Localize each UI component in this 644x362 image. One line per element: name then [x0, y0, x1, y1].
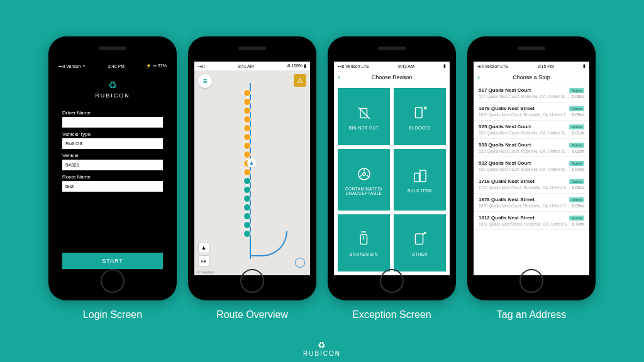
stop-row[interactable]: 533 Quails Nest CourtActive533 Quails Ne… [474, 139, 589, 157]
stop-address: 517 Quails Nest Court, Roseville, CA, Un… [479, 94, 569, 99]
status-badge: Active [569, 179, 584, 184]
phone-login: ••ııl Verizon ᯤ 2:40 PM ⚡ ⚍ 37% ♻ RUBICO… [48, 36, 177, 300]
stop-pin[interactable] [243, 142, 251, 150]
captions-row: Login Screen Route Overview Exception Sc… [0, 309, 644, 321]
status-bar: ••ııl 9:41 AM ıll 100% ▮ [194, 62, 310, 70]
stop-pin[interactable] [243, 168, 251, 176]
contaminated-icon [355, 165, 374, 184]
tile-label: BLOCKED [409, 126, 431, 130]
tile-label: BIN NOT OUT [349, 126, 379, 130]
blocked-icon [411, 104, 430, 123]
stop-row[interactable]: 517 Quails Nest CourtActive517 Quails Ne… [474, 84, 589, 102]
svg-rect-7 [415, 234, 423, 244]
reason-contaminated[interactable]: CONTAMINATED/ UNACCEPTABLE [338, 149, 390, 211]
start-button[interactable]: START [62, 253, 163, 269]
phones-row: ••ııl Verizon ᯤ 2:40 PM ⚡ ⚍ 37% ♻ RUBICO… [0, 0, 644, 300]
reason-bin-not-out[interactable]: BIN NOT OUT [338, 88, 390, 145]
stop-row[interactable]: 1716 Quails Nest StreetActive1716 Quails… [474, 175, 589, 194]
reason-broken-bin[interactable]: BROKEN BIN [338, 214, 390, 272]
stop-pin[interactable] [243, 204, 251, 211]
stop-pin[interactable] [243, 177, 251, 185]
back-button[interactable]: ‹ [338, 73, 340, 82]
map-attribution: © mapbox [197, 270, 214, 274]
map-view[interactable]: ≡ ⚠ [194, 70, 310, 275]
stop-row[interactable]: 525 Quails Nest CourtActive525 Quails Ne… [474, 121, 589, 139]
stop-address: 1612 Quails Nest Street, Roseville, CA, … [479, 222, 571, 226]
status-time: 9:43 AM [398, 64, 414, 69]
stop-name: 1716 Quails Nest Street [479, 178, 535, 184]
stop-distance: 0.14mi [572, 222, 584, 226]
route-curve [250, 231, 287, 256]
caption-tag: Tag an Address [467, 309, 596, 321]
caption-route: Route Overview [188, 309, 316, 321]
tile-label: OTHER [412, 252, 428, 256]
svg-rect-1 [415, 107, 422, 118]
status-badge: Active [569, 124, 584, 129]
status-left: ••ııl Verizon LTE [338, 64, 369, 69]
screen-header: ‹ Choose a Stop [474, 70, 589, 84]
stop-row[interactable]: 1612 Quails Nest StreetActive1612 Quails… [474, 212, 589, 230]
vehicle-type-input[interactable] [62, 138, 163, 149]
logo-icon: ♻ [303, 340, 341, 350]
stop-distance: 0.02mi [572, 149, 584, 153]
back-button[interactable]: ‹ [477, 73, 480, 82]
status-right: ⚡ ⚍ 37% [146, 63, 167, 69]
reason-grid: BIN NOT OUT BLOCKED CONTAMINATED/ UNACCE… [334, 84, 450, 275]
status-badge: Active [569, 88, 584, 93]
vehicle-input[interactable] [62, 160, 163, 170]
status-time: 2:40 PM [108, 64, 125, 69]
stop-pin[interactable] [243, 195, 251, 202]
stop-distance: 0.01mi [572, 131, 584, 135]
svg-rect-4 [414, 173, 419, 182]
stop-name: 1676 Quails Nest Street [479, 197, 535, 202]
svg-rect-5 [420, 170, 426, 182]
tile-label: BULK ITEM [408, 189, 432, 193]
status-right: ıll 100% ▮ [287, 63, 306, 69]
stop-pin[interactable] [243, 98, 251, 106]
screen-header: ‹ Choose Reason [334, 70, 450, 84]
stop-pin[interactable] [243, 116, 251, 123]
stop-distance: 0.00mi [572, 94, 584, 99]
stop-pin[interactable] [243, 107, 251, 114]
stop-pin[interactable] [243, 212, 251, 220]
recenter-button[interactable] [295, 258, 305, 268]
menu-button[interactable]: ≡ [198, 74, 212, 88]
route-name-input[interactable] [62, 181, 163, 192]
stop-pin[interactable] [243, 230, 251, 238]
follow-button[interactable]: ↦ [198, 255, 209, 266]
stop-pin[interactable] [243, 151, 251, 158]
stop-row[interactable]: 532 Quails Nest CourtActive532 Quails Ne… [474, 157, 589, 175]
other-icon [411, 230, 430, 249]
reason-other[interactable]: OTHER [394, 214, 446, 272]
warning-button[interactable]: ⚠ [294, 74, 306, 87]
stop-name: 517 Quails Nest Court [479, 87, 531, 93]
stop-distance: 0.04mi [572, 167, 584, 172]
stop-address: 532 Quails Nest Court, Roseville, CA, Un… [479, 167, 569, 172]
bulk-item-icon [411, 167, 430, 185]
brand-logo: ♻ RUBICON [62, 79, 163, 99]
stop-distance: 0.09mi [572, 112, 584, 117]
stop-pin[interactable] [243, 124, 251, 132]
stop-address: 1676 Quails Nest Court, Roseville, CA, U… [479, 204, 570, 208]
brand-name: RUBICON [303, 350, 341, 357]
stop-pin[interactable] [243, 221, 251, 229]
stop-name: 525 Quails Nest Court [479, 124, 531, 129]
north-button[interactable]: ▲ [198, 242, 209, 253]
status-badge: Active [569, 197, 584, 202]
status-time: 2:15 PM [538, 64, 554, 69]
reason-bulk-item[interactable]: BULK ITEM [394, 149, 446, 211]
stop-row[interactable]: 1676 Quails Nest StreetActive1676 Quails… [474, 102, 589, 121]
stop-pin[interactable] [243, 133, 251, 141]
driver-name-input[interactable] [62, 117, 163, 128]
map-controls: ▲ ↦ [198, 242, 209, 266]
stop-row[interactable]: 1676 Quails Nest StreetActive1676 Quails… [474, 194, 589, 212]
stop-distance: 0.08mi [572, 185, 584, 190]
broken-bin-icon [355, 230, 374, 249]
stop-address: 1716 Quails Nest Court, Roseville, CA, U… [479, 185, 570, 190]
stop-pin[interactable] [243, 89, 251, 97]
stop-name: 1676 Quails Nest Street [479, 106, 535, 111]
stop-list[interactable]: 517 Quails Nest CourtActive517 Quails Ne… [474, 84, 589, 275]
reason-blocked[interactable]: BLOCKED [394, 88, 446, 145]
phone-exception: ••ııl Verizon LTE 9:43 AM ▮ ‹ Choose Rea… [328, 36, 456, 300]
stop-pin[interactable] [243, 186, 251, 194]
